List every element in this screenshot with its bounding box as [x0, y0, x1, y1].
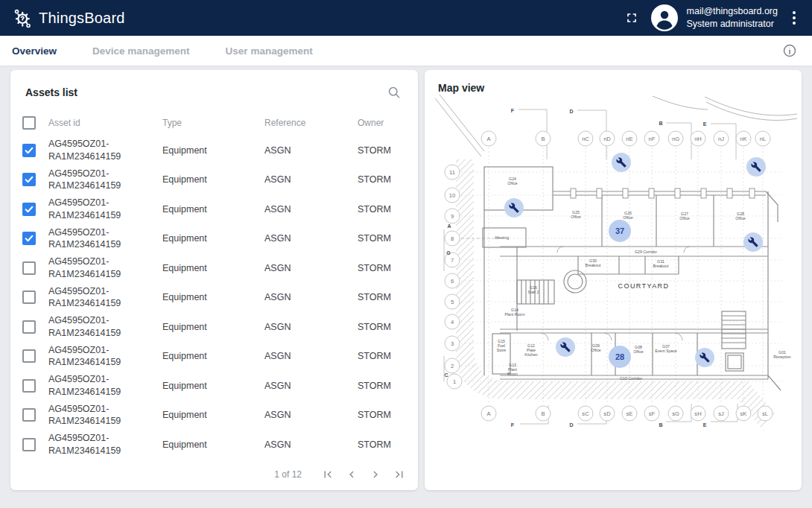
- grid-axis-label: nG: [668, 131, 683, 146]
- asset-marker-wrench[interactable]: [695, 348, 714, 367]
- grid-letter: E: [703, 422, 707, 428]
- grid-axis-label: sF: [644, 406, 659, 421]
- grid-axis-label: sC: [578, 406, 593, 421]
- app-logo[interactable]: ThingsBoard: [12, 7, 125, 28]
- grid-letter: E: [703, 121, 707, 127]
- room-label: G27Office: [679, 212, 690, 220]
- grid-axis-label: 2: [445, 358, 460, 373]
- row-checkbox[interactable]: [22, 203, 36, 216]
- fullscreen-icon: [624, 10, 639, 25]
- row-checkbox[interactable]: [22, 438, 36, 451]
- owner-cell: STORM: [358, 263, 406, 273]
- asset-marker-wrench[interactable]: [743, 232, 763, 252]
- grid-axis-label: nE: [622, 131, 637, 146]
- chevron-right-icon: [369, 468, 382, 481]
- row-checkbox[interactable]: [22, 379, 36, 393]
- type-cell: Equipment: [162, 351, 253, 361]
- svg-text:B: B: [541, 410, 545, 417]
- room-label: G26Office: [623, 211, 633, 220]
- row-checkbox[interactable]: [22, 173, 36, 186]
- search-button[interactable]: [384, 82, 405, 103]
- owner-cell: STORM: [358, 233, 406, 244]
- asset-marker-count[interactable]: 37: [609, 220, 631, 242]
- map-view-card: Map view: [425, 70, 802, 490]
- row-checkbox[interactable]: [22, 320, 36, 334]
- svg-text:Store: Store: [497, 348, 507, 352]
- grid-axis-label: 8: [445, 231, 460, 246]
- svg-text:Reception: Reception: [773, 355, 790, 359]
- tab-user-management[interactable]: User management: [224, 42, 314, 60]
- grid-axis-label: nL: [755, 131, 770, 146]
- row-checkbox[interactable]: [22, 144, 36, 157]
- svg-text:sK: sK: [740, 410, 747, 417]
- grid-axis-label: 6: [445, 273, 460, 288]
- grid-axis-label: nH: [691, 131, 705, 146]
- kebab-menu-icon: [793, 11, 796, 14]
- asset-marker-wrench[interactable]: [746, 157, 766, 177]
- grid-letter: C: [444, 372, 448, 378]
- svg-text:sL: sL: [762, 410, 768, 417]
- grid-letter: B: [659, 422, 662, 428]
- grid-axis-label: 11: [445, 165, 460, 180]
- svg-text:Kitchen: Kitchen: [524, 352, 537, 357]
- table-header: Asset id Type Reference Owner: [10, 110, 418, 136]
- more-menu-button[interactable]: [787, 7, 802, 29]
- search-icon: [387, 85, 402, 100]
- select-all-checkbox[interactable]: [22, 116, 36, 130]
- info-button[interactable]: [779, 40, 800, 61]
- user-info: mail@thingsboard.org System administrato…: [687, 5, 778, 31]
- svg-text:sD: sD: [603, 410, 611, 417]
- row-checkbox[interactable]: [22, 290, 36, 304]
- tabs: OverviewDevice managementUser management: [10, 42, 314, 60]
- svg-text:10: 10: [449, 192, 455, 199]
- svg-text:8: 8: [451, 235, 454, 242]
- grid-letter: D: [569, 109, 573, 114]
- asset-marker-count[interactable]: 28: [609, 346, 631, 368]
- top-navbar: ThingsBoard mail@thingsboard.org System …: [0, 0, 812, 36]
- tab-device-management[interactable]: Device management: [91, 42, 191, 60]
- column-reference: Reference: [264, 118, 346, 128]
- main-content: Assets list Asset id Type Reference Owne…: [0, 66, 812, 490]
- grid-axis-label: 3: [445, 336, 460, 351]
- last-page-button[interactable]: [391, 466, 407, 483]
- assets-list-card: Assets list Asset id Type Reference Owne…: [10, 70, 418, 490]
- row-checkbox[interactable]: [22, 232, 36, 245]
- reference-cell: ASGN: [264, 439, 346, 450]
- room-label: G10 Corridor: [620, 376, 642, 381]
- last-page-icon: [393, 468, 406, 481]
- grid-letter: F: [511, 108, 515, 113]
- user-avatar[interactable]: [651, 4, 678, 31]
- svg-text:nJ: nJ: [718, 136, 724, 142]
- column-asset-id: Asset id: [48, 118, 151, 128]
- svg-text:Office: Office: [591, 348, 601, 352]
- first-page-button[interactable]: [320, 466, 336, 483]
- next-page-button[interactable]: [367, 466, 384, 483]
- svg-text:sE: sE: [627, 410, 633, 417]
- type-cell: Equipment: [162, 410, 253, 420]
- pagination: 1 of 12: [10, 459, 418, 490]
- grid-axis-label: 10: [445, 188, 460, 203]
- asset-id-cell: AG4595OZ01-RA1M234614159: [48, 373, 151, 398]
- row-checkbox[interactable]: [22, 349, 36, 363]
- floor-plan[interactable]: ABnCnDnEnFnGnHnJnKnLABsCsDsEsFsGsHsJsKsL…: [429, 94, 797, 444]
- svg-text:nE: nE: [626, 136, 632, 142]
- table-row: AG4595OZ01-RA1M234614159EquipmentASGNSTO…: [10, 341, 418, 371]
- asset-marker-wrench[interactable]: [504, 198, 524, 218]
- reference-cell: ASGN: [264, 381, 346, 391]
- marker-count-label: 37: [615, 226, 624, 235]
- grid-axis-label: sE: [622, 406, 637, 421]
- asset-marker-wrench[interactable]: [556, 337, 575, 357]
- table-row: AG4595OZ01-RA1M234614159EquipmentASGNSTO…: [10, 282, 418, 312]
- type-cell: Equipment: [162, 145, 253, 156]
- asset-marker-wrench[interactable]: [612, 153, 631, 172]
- reference-cell: ASGN: [264, 351, 346, 361]
- row-checkbox[interactable]: [22, 261, 36, 275]
- svg-text:Room: Room: [507, 372, 518, 376]
- table-row: AG4595OZ01-RA1M234614159EquipmentASGNSTO…: [10, 430, 418, 460]
- previous-page-button[interactable]: [343, 466, 360, 483]
- grid-axis-label: nC: [578, 131, 593, 146]
- row-checkbox[interactable]: [22, 408, 36, 422]
- svg-text:sC: sC: [582, 410, 589, 417]
- fullscreen-button[interactable]: [621, 7, 642, 28]
- tab-overview[interactable]: Overview: [10, 42, 58, 60]
